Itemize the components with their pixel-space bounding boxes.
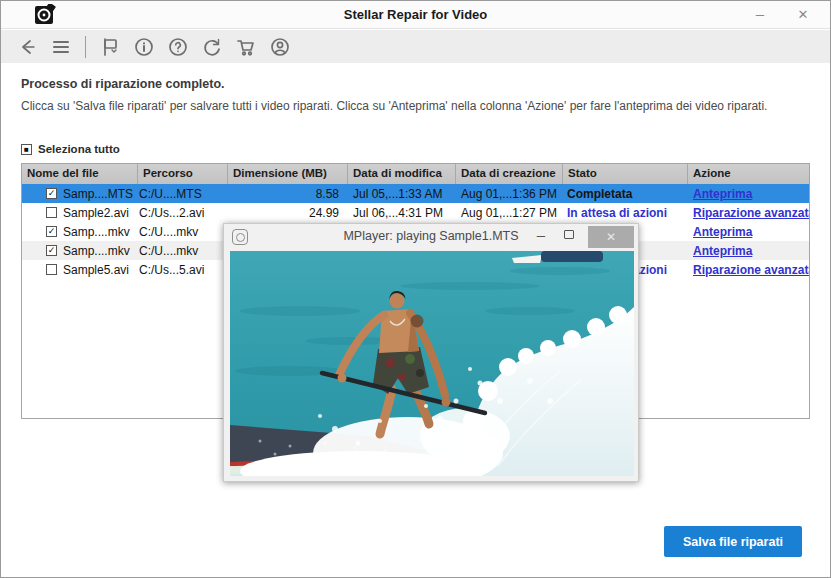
file-created: Aug 01,...1:36 PM bbox=[455, 187, 562, 201]
header-stato[interactable]: Stato bbox=[562, 164, 687, 184]
file-modified: Jul 06,...4:31 PM bbox=[347, 206, 455, 220]
header-dimensione[interactable]: Dimensione (MB) bbox=[227, 164, 347, 184]
status-text: Completata bbox=[562, 187, 687, 201]
help-icon[interactable] bbox=[166, 35, 190, 59]
mplayer-maximize-button[interactable] bbox=[558, 229, 580, 241]
status-text: In attesa di azioni bbox=[562, 206, 687, 220]
action-link[interactable]: Anteprima bbox=[693, 225, 752, 239]
file-modified: Jul 05,...1:33 AM bbox=[347, 187, 455, 201]
row-checkbox[interactable] bbox=[46, 207, 57, 218]
page-title: Processo di riparazione completo. bbox=[21, 77, 225, 91]
video-frame[interactable] bbox=[230, 251, 634, 476]
header-data-creazione[interactable]: Data di creazione bbox=[455, 164, 562, 184]
window-close-button[interactable]: ✕ bbox=[788, 5, 818, 25]
mplayer-window[interactable]: MPlayer: playing Sample1.MTS – ✕ bbox=[223, 223, 639, 482]
row-checkbox[interactable] bbox=[46, 264, 57, 275]
file-path: C:/Us...2.avi bbox=[137, 206, 227, 220]
app-window: Stellar Repair for Video – ✕ Pro bbox=[0, 0, 831, 578]
file-path: C:/U....MTS bbox=[137, 187, 227, 201]
header-nome-del-file[interactable]: Nome del file bbox=[22, 164, 137, 184]
account-icon[interactable] bbox=[268, 35, 292, 59]
mplayer-minimize-button[interactable]: – bbox=[530, 226, 552, 243]
mplayer-close-button[interactable]: ✕ bbox=[588, 226, 634, 248]
file-name: Sample5.avi bbox=[63, 263, 129, 277]
menu-icon[interactable] bbox=[49, 35, 73, 59]
file-path: C:/U....mkv bbox=[137, 225, 227, 239]
save-repaired-files-button[interactable]: Salva file riparati bbox=[664, 526, 802, 557]
page-description: Clicca su 'Salva file riparati' per salv… bbox=[21, 98, 799, 114]
header-percorso[interactable]: Percorso bbox=[137, 164, 227, 184]
file-name: Samp....mkv bbox=[63, 225, 130, 239]
back-icon[interactable] bbox=[15, 35, 39, 59]
select-all[interactable]: ■ Seleziona tutto bbox=[21, 143, 120, 155]
select-all-checkbox[interactable]: ■ bbox=[21, 144, 32, 155]
action-link[interactable]: Riparazione avanzata bbox=[693, 206, 809, 220]
action-link[interactable]: Anteprima bbox=[693, 244, 752, 258]
table-row[interactable]: ✓Samp....MTS C:/U....MTS 8.58 Jul 05,...… bbox=[22, 184, 809, 203]
title-bar: Stellar Repair for Video – ✕ bbox=[1, 1, 830, 29]
row-checkbox[interactable]: ✓ bbox=[46, 188, 57, 199]
window-minimize-button[interactable]: – bbox=[745, 5, 775, 25]
paddleboarder-video-still bbox=[230, 251, 634, 476]
header-data-modifica[interactable]: Data di modifica bbox=[347, 164, 455, 184]
table-row[interactable]: Sample2.avi C:/Us...2.avi 24.99 Jul 06,.… bbox=[22, 203, 809, 222]
window-title: Stellar Repair for Video bbox=[1, 7, 830, 22]
select-all-label: Seleziona tutto bbox=[38, 143, 120, 155]
cart-icon[interactable] bbox=[234, 35, 258, 59]
mplayer-title-bar[interactable]: MPlayer: playing Sample1.MTS – ✕ bbox=[224, 224, 638, 251]
toolbar bbox=[1, 30, 830, 63]
header-azione[interactable]: Azione bbox=[687, 164, 809, 184]
file-path: C:/U....mkv bbox=[137, 244, 227, 258]
file-name: Sample2.avi bbox=[63, 206, 129, 220]
file-path: C:/Us...5.avi bbox=[137, 263, 227, 277]
file-name: Samp....mkv bbox=[63, 244, 130, 258]
file-name: Samp....MTS bbox=[63, 187, 133, 201]
action-link[interactable]: Anteprima bbox=[693, 187, 752, 201]
row-checkbox[interactable]: ✓ bbox=[46, 226, 57, 237]
row-checkbox[interactable]: ✓ bbox=[46, 245, 57, 256]
toolbar-separator bbox=[85, 36, 86, 58]
feedback-flag-icon[interactable] bbox=[98, 35, 122, 59]
file-size: 24.99 bbox=[227, 206, 347, 220]
file-created: Aug 01,...1:27 PM bbox=[455, 206, 562, 220]
table-header: Nome del file Percorso Dimensione (MB) D… bbox=[22, 164, 809, 184]
info-icon[interactable] bbox=[132, 35, 156, 59]
refresh-icon[interactable] bbox=[200, 35, 224, 59]
action-link[interactable]: Riparazione avanzata bbox=[693, 263, 809, 277]
file-size: 8.58 bbox=[227, 187, 347, 201]
